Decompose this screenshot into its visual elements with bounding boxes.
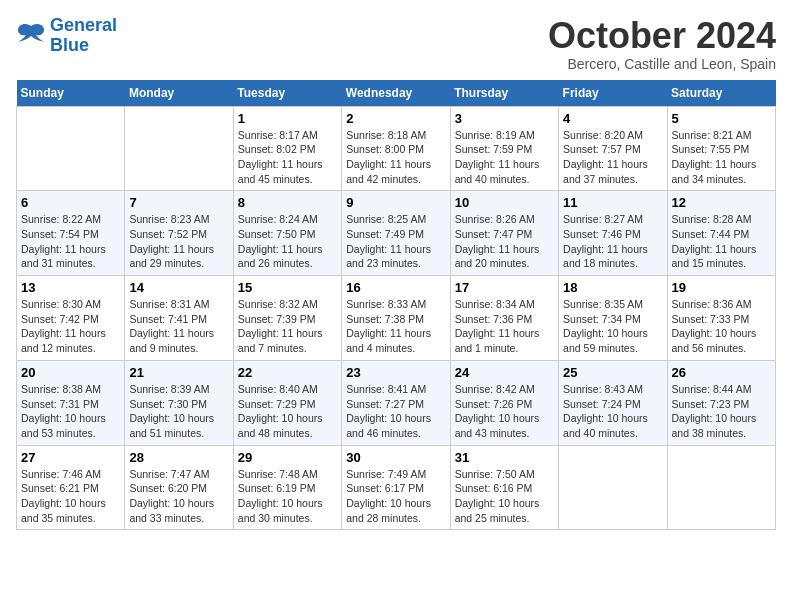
- day-number: 1: [238, 111, 337, 126]
- day-info: Sunrise: 8:42 AM Sunset: 7:26 PM Dayligh…: [455, 382, 554, 441]
- day-number: 28: [129, 450, 228, 465]
- day-number: 8: [238, 195, 337, 210]
- calendar-cell: [559, 445, 667, 530]
- day-info: Sunrise: 8:34 AM Sunset: 7:36 PM Dayligh…: [455, 297, 554, 356]
- day-info: Sunrise: 7:46 AM Sunset: 6:21 PM Dayligh…: [21, 467, 120, 526]
- day-info: Sunrise: 8:17 AM Sunset: 8:02 PM Dayligh…: [238, 128, 337, 187]
- day-info: Sunrise: 8:40 AM Sunset: 7:29 PM Dayligh…: [238, 382, 337, 441]
- calendar-cell: 31Sunrise: 7:50 AM Sunset: 6:16 PM Dayli…: [450, 445, 558, 530]
- logo-icon: [16, 22, 46, 50]
- calendar-cell: 28Sunrise: 7:47 AM Sunset: 6:20 PM Dayli…: [125, 445, 233, 530]
- calendar-cell: 16Sunrise: 8:33 AM Sunset: 7:38 PM Dayli…: [342, 276, 450, 361]
- day-info: Sunrise: 7:47 AM Sunset: 6:20 PM Dayligh…: [129, 467, 228, 526]
- calendar-cell: 29Sunrise: 7:48 AM Sunset: 6:19 PM Dayli…: [233, 445, 341, 530]
- day-number: 4: [563, 111, 662, 126]
- day-number: 20: [21, 365, 120, 380]
- day-info: Sunrise: 8:27 AM Sunset: 7:46 PM Dayligh…: [563, 212, 662, 271]
- day-number: 27: [21, 450, 120, 465]
- day-number: 7: [129, 195, 228, 210]
- day-info: Sunrise: 8:19 AM Sunset: 7:59 PM Dayligh…: [455, 128, 554, 187]
- calendar-cell: 12Sunrise: 8:28 AM Sunset: 7:44 PM Dayli…: [667, 191, 775, 276]
- day-info: Sunrise: 8:43 AM Sunset: 7:24 PM Dayligh…: [563, 382, 662, 441]
- weekday-header-wednesday: Wednesday: [342, 80, 450, 107]
- day-number: 6: [21, 195, 120, 210]
- title-block: October 2024 Bercero, Castille and Leon,…: [548, 16, 776, 72]
- logo-text: General Blue: [50, 16, 117, 56]
- calendar-cell: 19Sunrise: 8:36 AM Sunset: 7:33 PM Dayli…: [667, 276, 775, 361]
- calendar-cell: 17Sunrise: 8:34 AM Sunset: 7:36 PM Dayli…: [450, 276, 558, 361]
- calendar-cell: 26Sunrise: 8:44 AM Sunset: 7:23 PM Dayli…: [667, 360, 775, 445]
- day-info: Sunrise: 8:32 AM Sunset: 7:39 PM Dayligh…: [238, 297, 337, 356]
- day-number: 18: [563, 280, 662, 295]
- calendar-cell: 21Sunrise: 8:39 AM Sunset: 7:30 PM Dayli…: [125, 360, 233, 445]
- day-number: 12: [672, 195, 771, 210]
- day-number: 13: [21, 280, 120, 295]
- calendar-cell: 8Sunrise: 8:24 AM Sunset: 7:50 PM Daylig…: [233, 191, 341, 276]
- calendar-cell: 6Sunrise: 8:22 AM Sunset: 7:54 PM Daylig…: [17, 191, 125, 276]
- day-info: Sunrise: 8:20 AM Sunset: 7:57 PM Dayligh…: [563, 128, 662, 187]
- day-info: Sunrise: 8:39 AM Sunset: 7:30 PM Dayligh…: [129, 382, 228, 441]
- month-title: October 2024: [548, 16, 776, 56]
- calendar-cell: 23Sunrise: 8:41 AM Sunset: 7:27 PM Dayli…: [342, 360, 450, 445]
- day-number: 29: [238, 450, 337, 465]
- calendar-cell: 13Sunrise: 8:30 AM Sunset: 7:42 PM Dayli…: [17, 276, 125, 361]
- day-number: 16: [346, 280, 445, 295]
- calendar-cell: 20Sunrise: 8:38 AM Sunset: 7:31 PM Dayli…: [17, 360, 125, 445]
- calendar-cell: 27Sunrise: 7:46 AM Sunset: 6:21 PM Dayli…: [17, 445, 125, 530]
- calendar-cell: 14Sunrise: 8:31 AM Sunset: 7:41 PM Dayli…: [125, 276, 233, 361]
- calendar-cell: 4Sunrise: 8:20 AM Sunset: 7:57 PM Daylig…: [559, 106, 667, 191]
- day-number: 2: [346, 111, 445, 126]
- day-number: 3: [455, 111, 554, 126]
- location-subtitle: Bercero, Castille and Leon, Spain: [548, 56, 776, 72]
- day-info: Sunrise: 8:36 AM Sunset: 7:33 PM Dayligh…: [672, 297, 771, 356]
- calendar-cell: 30Sunrise: 7:49 AM Sunset: 6:17 PM Dayli…: [342, 445, 450, 530]
- calendar-cell: 15Sunrise: 8:32 AM Sunset: 7:39 PM Dayli…: [233, 276, 341, 361]
- calendar-cell: 18Sunrise: 8:35 AM Sunset: 7:34 PM Dayli…: [559, 276, 667, 361]
- day-number: 9: [346, 195, 445, 210]
- weekday-header-saturday: Saturday: [667, 80, 775, 107]
- calendar-cell: 10Sunrise: 8:26 AM Sunset: 7:47 PM Dayli…: [450, 191, 558, 276]
- weekday-header-monday: Monday: [125, 80, 233, 107]
- day-number: 23: [346, 365, 445, 380]
- calendar-cell: 3Sunrise: 8:19 AM Sunset: 7:59 PM Daylig…: [450, 106, 558, 191]
- calendar-cell: 22Sunrise: 8:40 AM Sunset: 7:29 PM Dayli…: [233, 360, 341, 445]
- weekday-header-sunday: Sunday: [17, 80, 125, 107]
- day-number: 26: [672, 365, 771, 380]
- weekday-header-friday: Friday: [559, 80, 667, 107]
- logo: General Blue: [16, 16, 117, 56]
- day-number: 5: [672, 111, 771, 126]
- day-number: 30: [346, 450, 445, 465]
- day-number: 22: [238, 365, 337, 380]
- calendar-cell: 24Sunrise: 8:42 AM Sunset: 7:26 PM Dayli…: [450, 360, 558, 445]
- page-header: General Blue October 2024 Bercero, Casti…: [16, 16, 776, 72]
- day-info: Sunrise: 8:24 AM Sunset: 7:50 PM Dayligh…: [238, 212, 337, 271]
- day-number: 17: [455, 280, 554, 295]
- calendar-cell: 7Sunrise: 8:23 AM Sunset: 7:52 PM Daylig…: [125, 191, 233, 276]
- calendar-table: SundayMondayTuesdayWednesdayThursdayFrid…: [16, 80, 776, 531]
- day-info: Sunrise: 8:28 AM Sunset: 7:44 PM Dayligh…: [672, 212, 771, 271]
- day-info: Sunrise: 8:21 AM Sunset: 7:55 PM Dayligh…: [672, 128, 771, 187]
- weekday-header-thursday: Thursday: [450, 80, 558, 107]
- day-number: 31: [455, 450, 554, 465]
- day-info: Sunrise: 8:23 AM Sunset: 7:52 PM Dayligh…: [129, 212, 228, 271]
- day-number: 19: [672, 280, 771, 295]
- day-info: Sunrise: 8:25 AM Sunset: 7:49 PM Dayligh…: [346, 212, 445, 271]
- day-number: 21: [129, 365, 228, 380]
- calendar-cell: 11Sunrise: 8:27 AM Sunset: 7:46 PM Dayli…: [559, 191, 667, 276]
- day-number: 24: [455, 365, 554, 380]
- day-info: Sunrise: 7:50 AM Sunset: 6:16 PM Dayligh…: [455, 467, 554, 526]
- day-info: Sunrise: 8:22 AM Sunset: 7:54 PM Dayligh…: [21, 212, 120, 271]
- day-info: Sunrise: 8:26 AM Sunset: 7:47 PM Dayligh…: [455, 212, 554, 271]
- day-info: Sunrise: 8:31 AM Sunset: 7:41 PM Dayligh…: [129, 297, 228, 356]
- day-info: Sunrise: 8:44 AM Sunset: 7:23 PM Dayligh…: [672, 382, 771, 441]
- day-number: 14: [129, 280, 228, 295]
- day-info: Sunrise: 8:18 AM Sunset: 8:00 PM Dayligh…: [346, 128, 445, 187]
- day-info: Sunrise: 8:30 AM Sunset: 7:42 PM Dayligh…: [21, 297, 120, 356]
- day-number: 11: [563, 195, 662, 210]
- day-info: Sunrise: 7:48 AM Sunset: 6:19 PM Dayligh…: [238, 467, 337, 526]
- calendar-cell: 2Sunrise: 8:18 AM Sunset: 8:00 PM Daylig…: [342, 106, 450, 191]
- calendar-cell: 25Sunrise: 8:43 AM Sunset: 7:24 PM Dayli…: [559, 360, 667, 445]
- day-info: Sunrise: 8:35 AM Sunset: 7:34 PM Dayligh…: [563, 297, 662, 356]
- calendar-cell: 5Sunrise: 8:21 AM Sunset: 7:55 PM Daylig…: [667, 106, 775, 191]
- calendar-cell: 9Sunrise: 8:25 AM Sunset: 7:49 PM Daylig…: [342, 191, 450, 276]
